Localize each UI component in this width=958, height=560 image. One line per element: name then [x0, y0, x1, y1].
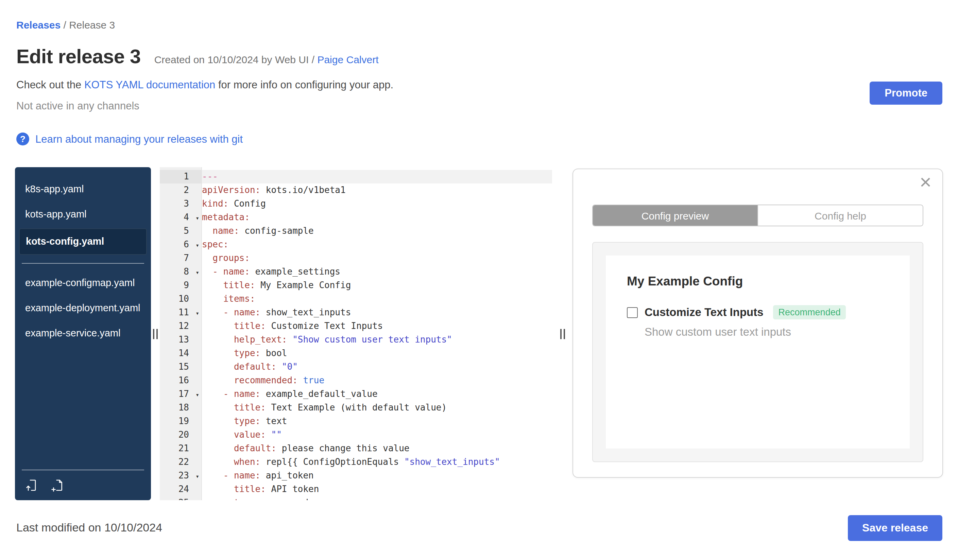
code-line: title: Customize Text Inputs	[202, 320, 552, 333]
docs-suffix: for more info on configuring your app.	[215, 79, 393, 90]
file-tree-item[interactable]: example-configmap.yaml	[15, 271, 151, 296]
config-item-row: Customize Text Inputs Recommended	[627, 305, 889, 320]
code-line: help_text: "Show custom user text inputs…	[202, 333, 552, 346]
line-number: 11▾	[160, 306, 201, 320]
line-number: 1	[160, 170, 201, 184]
line-number: 14	[160, 346, 201, 360]
code-line: default: please change this value	[202, 442, 552, 456]
code-line: name: config-sample	[202, 224, 552, 238]
config-item-checkbox[interactable]	[627, 307, 638, 318]
breadcrumb-separator: /	[60, 19, 69, 30]
code-line: apiVersion: kots.io/v1beta1	[202, 184, 552, 197]
line-number: 9	[160, 278, 201, 292]
breadcrumb-current: Release 3	[69, 19, 115, 30]
code-line: groups:	[202, 252, 552, 265]
preview-body: My Example Config Customize Text Inputs …	[592, 242, 923, 462]
code-line: title: API token	[202, 482, 552, 496]
resize-handle-left[interactable]	[151, 167, 160, 500]
line-number: 13	[160, 333, 201, 346]
created-text: Created on 10/10/2024 by Web UI /	[154, 54, 317, 65]
new-file-icon[interactable]	[51, 478, 65, 492]
fold-arrow-icon[interactable]: ▾	[195, 307, 199, 320]
line-number: 23▾	[160, 469, 201, 482]
line-number: 18	[160, 401, 201, 414]
file-tree-group-top: k8s-app.yamlkots-app.yamlkots-config.yam…	[15, 177, 151, 256]
code-line: - name: show_text_inputs	[202, 306, 552, 320]
upload-file-icon[interactable]	[25, 478, 39, 492]
file-tree-group-bottom: example-configmap.yamlexample-deployment…	[15, 271, 151, 346]
code-line: kind: Config	[202, 197, 552, 211]
fold-arrow-icon[interactable]: ▾	[195, 239, 199, 252]
code-line: - name: example_settings	[202, 265, 552, 278]
line-number: 15	[160, 360, 201, 374]
code-line: - name: api_token	[202, 469, 552, 482]
help-icon[interactable]: ?	[16, 133, 29, 146]
git-docs-link[interactable]: Learn about managing your releases with …	[35, 133, 243, 145]
title-row: Edit release 3 Created on 10/10/2024 by …	[16, 46, 958, 68]
yaml-editor[interactable]: 1234▾56▾78▾91011▾121314151617▾1819202122…	[160, 167, 552, 500]
page-title: Edit release 3	[16, 46, 141, 68]
git-help-row: ? Learn about managing your releases wit…	[16, 133, 958, 146]
fold-arrow-icon[interactable]: ▾	[195, 470, 199, 483]
close-icon[interactable]: ×	[920, 172, 931, 192]
fold-arrow-icon[interactable]: ▾	[195, 388, 199, 402]
promote-button[interactable]: Promote	[869, 82, 942, 104]
code-line: items:	[202, 292, 552, 306]
line-number: 24	[160, 482, 201, 496]
code-line: value: ""	[202, 428, 552, 442]
config-card: My Example Config Customize Text Inputs …	[606, 256, 910, 449]
created-info: Created on 10/10/2024 by Web UI / Paige …	[154, 54, 379, 65]
code-line: recommended: true	[202, 374, 552, 388]
code-line: type: bool	[202, 346, 552, 360]
code-line: when: repl{{ ConfigOptionEquals "show_te…	[202, 456, 552, 469]
last-modified-text: Last modified on 10/10/2024	[16, 521, 162, 535]
file-tree-item[interactable]: kots-app.yaml	[15, 202, 151, 227]
file-tree-item[interactable]: example-service.yaml	[15, 321, 151, 346]
line-number: 22	[160, 456, 201, 469]
preview-tabs: Config preview Config help	[592, 204, 923, 226]
file-tree-item[interactable]: kots-config.yaml	[19, 228, 147, 255]
line-number: 4▾	[160, 211, 201, 224]
line-number: 3	[160, 197, 201, 211]
tab-config-help[interactable]: Config help	[757, 205, 923, 226]
file-tree-spacer	[15, 346, 151, 470]
release-editor: k8s-app.yamlkots-app.yamlkots-config.yam…	[15, 167, 943, 500]
file-tree-item[interactable]: example-deployment.yaml	[15, 296, 151, 321]
channel-status: Not active in any channels	[16, 100, 958, 112]
code-line: - name: example_default_value	[202, 388, 552, 401]
docs-prefix: Check out the	[16, 79, 84, 90]
fold-arrow-icon[interactable]: ▾	[195, 266, 199, 279]
code-lines[interactable]: ---apiVersion: kots.io/v1beta1kind: Conf…	[202, 167, 552, 500]
edit-release-page: Releases / Release 3 Edit release 3 Crea…	[0, 0, 958, 560]
line-number: 20	[160, 428, 201, 442]
line-number: 6▾	[160, 238, 201, 252]
resize-handle-right[interactable]	[552, 167, 573, 500]
line-number: 16	[160, 374, 201, 388]
code-line: metadata:	[202, 211, 552, 224]
breadcrumb-releases-link[interactable]: Releases	[16, 19, 60, 30]
save-release-button[interactable]: Save release	[848, 515, 942, 541]
line-number: 25	[160, 496, 201, 500]
fold-arrow-icon[interactable]: ▾	[195, 211, 199, 225]
drag-handle-icon	[153, 329, 158, 339]
docs-sentence: Check out the KOTS YAML documentation fo…	[16, 79, 958, 91]
code-line: default: "0"	[202, 360, 552, 374]
drag-handle-icon	[560, 329, 565, 339]
line-number: 5	[160, 224, 201, 238]
code-line: ---	[202, 170, 552, 184]
code-gutter: 1234▾56▾78▾91011▾121314151617▾1819202122…	[160, 167, 202, 500]
tab-config-preview[interactable]: Config preview	[593, 205, 757, 226]
footer: Last modified on 10/10/2024 Save release	[16, 515, 942, 541]
code-line: title: Text Example (with default value)	[202, 401, 552, 414]
line-number: 8▾	[160, 265, 201, 278]
config-item-help: Show custom user text inputs	[645, 326, 889, 339]
recommended-badge: Recommended	[773, 305, 846, 320]
breadcrumb: Releases / Release 3	[0, 0, 958, 30]
author-link[interactable]: Paige Calvert	[317, 54, 378, 65]
code-line: title: My Example Config	[202, 278, 552, 292]
line-number: 21	[160, 442, 201, 456]
kots-docs-link[interactable]: KOTS YAML documentation	[84, 79, 215, 90]
line-number: 10	[160, 292, 201, 306]
file-tree-item[interactable]: k8s-app.yaml	[15, 177, 151, 202]
line-number: 7	[160, 252, 201, 265]
